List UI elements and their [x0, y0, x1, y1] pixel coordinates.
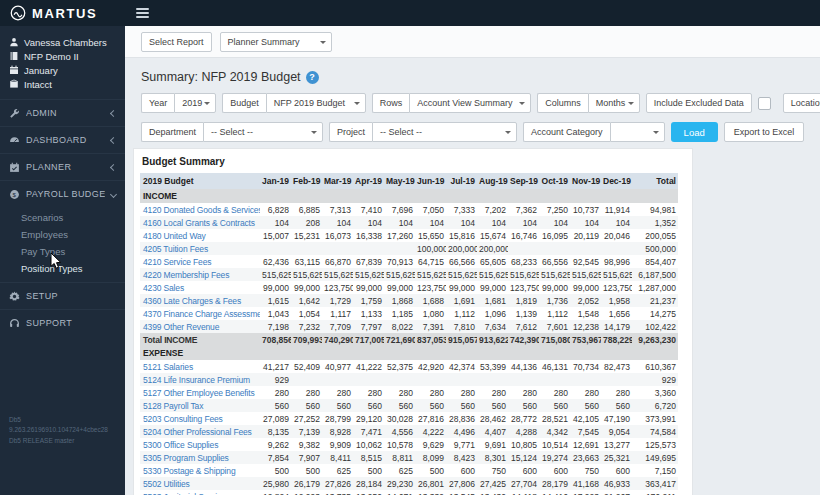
month-value: 66,870 [322, 255, 353, 268]
location-button[interactable]: Location [783, 93, 820, 113]
account-link[interactable]: 4370 Finance Charge Assessments [143, 309, 260, 319]
account-link[interactable]: 5124 Life Insurance Premium [143, 375, 250, 385]
table-row: 4230 Sales99,00099,000123,75099,00099,00… [140, 281, 678, 294]
month-value: 15,007 [260, 229, 291, 242]
month-value: 99,000 [291, 281, 322, 294]
project-select[interactable]: -- Select -- [372, 122, 517, 142]
sidebar-subitem-pay-types[interactable]: Pay Types [0, 243, 125, 260]
month-value: 721,690 [384, 333, 415, 346]
month-value: 27,826 [322, 477, 353, 490]
sidebar-item-support[interactable]: SUPPORT [0, 309, 125, 336]
month-value: 8,928 [322, 425, 353, 438]
account-category-select[interactable] [610, 122, 665, 142]
row-total: 94,981 [632, 203, 678, 216]
account-link[interactable]: 4120 Donated Goods & Services [143, 205, 260, 215]
chevron-left-icon [110, 136, 117, 143]
rows-select[interactable]: Account View Summary [409, 93, 531, 113]
month-value: 515,625 [291, 268, 322, 281]
month-value: 65,605 [477, 255, 508, 268]
sidebar-item-setup[interactable]: SETUP [0, 282, 125, 309]
month-value: 515,625 [260, 268, 291, 281]
month-value: 11,914 [601, 203, 632, 216]
account-link[interactable]: 4205 Tuition Fees [143, 244, 208, 254]
row-total: 1,287,000 [632, 281, 678, 294]
account-link[interactable]: 5204 Other Professional Fees [143, 427, 252, 437]
hamburger-icon[interactable] [136, 6, 149, 20]
account-link[interactable]: 5305 Program Supplies [143, 453, 229, 463]
month-value: 27,816 [415, 412, 446, 425]
month-value: 280 [384, 386, 415, 399]
month-value: 280 [291, 386, 322, 399]
planner-icon [9, 162, 20, 173]
month-value: 70,734 [570, 360, 601, 373]
sidebar-item-label: DASHBOARD [26, 135, 105, 145]
account-link[interactable]: 5330 Postage & Shipping [143, 466, 236, 476]
month-value [601, 373, 632, 386]
account-link[interactable]: 4160 Local Grants & Contracts [143, 218, 255, 228]
month-value: 15,674 [477, 229, 508, 242]
section-header: EXPENSE [140, 346, 678, 360]
month-value: 600 [601, 464, 632, 477]
sidebar-item-payroll-budgeting[interactable]: $PAYROLL BUDGETING [0, 180, 125, 207]
month-value: 7,471 [353, 425, 384, 438]
help-icon[interactable]: ? [306, 71, 319, 84]
month-value: 280 [601, 386, 632, 399]
year-select[interactable]: 2019 [174, 93, 216, 113]
month-value: 560 [446, 399, 477, 412]
month-value: 15,231 [291, 229, 322, 242]
month-value: 66,556 [539, 255, 570, 268]
month-value: 8,099 [415, 451, 446, 464]
sidebar-nav: ADMINDASHBOARDPLANNER$PAYROLL BUDGETINGS… [0, 99, 125, 336]
sidebar-subitem-employees[interactable]: Employees [0, 226, 125, 243]
account-link[interactable]: 5128 Payroll Tax [143, 401, 203, 411]
department-select[interactable]: -- Select -- [203, 122, 323, 142]
account-link[interactable]: 4360 Late Charges & Fees [143, 296, 241, 306]
account-link[interactable]: 4210 Service Fees [143, 257, 211, 267]
account-link[interactable]: 4180 United Way [143, 231, 206, 241]
sidebar-item-admin[interactable]: ADMIN [0, 99, 125, 126]
sidebar-subitem-position-types[interactable]: Position Types [0, 260, 125, 277]
user-info-period: January [9, 63, 121, 77]
month-value: 7,313 [322, 203, 353, 216]
select-report-button[interactable]: Select Report [141, 32, 212, 52]
row-total: 74,584 [632, 425, 678, 438]
row-total: 176,211 [632, 490, 678, 495]
budget-select[interactable]: NFP 2019 Budget [266, 93, 366, 113]
account-link[interactable]: 4220 Membership Fees [143, 270, 229, 280]
month-value: 46,131 [539, 360, 570, 373]
month-value [601, 242, 632, 255]
month-value: 15,650 [415, 229, 446, 242]
month-value: 500 [415, 464, 446, 477]
month-value: 515,625 [539, 268, 570, 281]
account-link[interactable]: 5300 Office Supplies [143, 440, 218, 450]
month-value: 104 [508, 216, 539, 229]
sidebar-subitem-scenarios[interactable]: Scenarios [0, 209, 125, 226]
account-link[interactable]: 4230 Sales [143, 283, 184, 293]
account-link[interactable]: 5203 Consulting Fees [143, 414, 223, 424]
month-value: 10,737 [570, 203, 601, 216]
month-value: 515,625 [322, 268, 353, 281]
account-category-filter: Account Category [523, 122, 665, 142]
sidebar-item-label: PAYROLL BUDGETING [26, 189, 105, 199]
columns-select[interactable]: Months [588, 93, 640, 113]
brand: MARTUS [0, 5, 125, 21]
month-value: 7,333 [446, 203, 477, 216]
month-value: 515,625 [446, 268, 477, 281]
table-row: 4210 Service Fees62,43663,11566,87067,83… [140, 255, 678, 268]
chevron-left-icon [110, 163, 117, 170]
sidebar-item-dashboard[interactable]: DASHBOARD [0, 126, 125, 153]
sidebar-item-planner[interactable]: PLANNER [0, 153, 125, 180]
month-value: 515,625 [570, 268, 601, 281]
month-value: 47,190 [601, 412, 632, 425]
sidebar-submenu: ScenariosEmployeesPay TypesPosition Type… [0, 207, 125, 282]
account-link[interactable]: 5502 Utilities [143, 479, 190, 489]
export-to-excel-button[interactable]: Export to Excel [724, 122, 805, 142]
load-button[interactable]: Load [671, 122, 718, 142]
account-link[interactable]: 5503 Janitorial Services [143, 492, 230, 495]
month-value: 7,050 [415, 203, 446, 216]
account-link[interactable]: 5127 Other Employee Benefits [143, 388, 255, 398]
account-link[interactable]: 5121 Salaries [143, 362, 193, 372]
report-select[interactable]: Planner Summary [220, 32, 332, 52]
include-excluded-checkbox[interactable] [758, 97, 771, 110]
account-link[interactable]: 4399 Other Revenue [143, 322, 219, 332]
